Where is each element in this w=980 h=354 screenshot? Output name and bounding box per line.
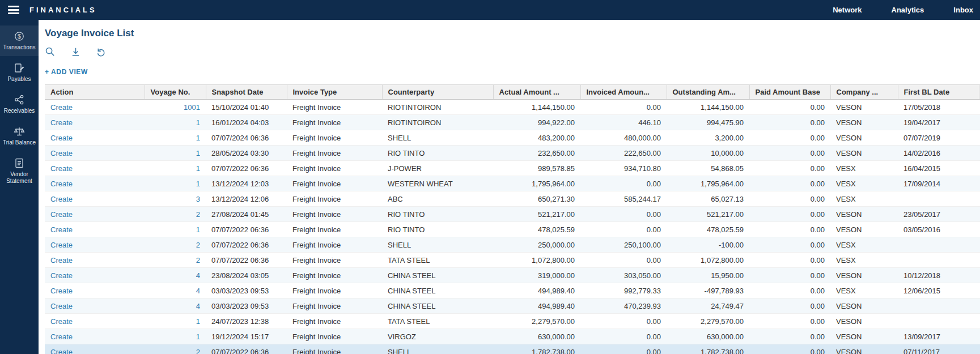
cell-invoiced-amount: 0.00 xyxy=(580,314,667,329)
table-row[interactable]: Create207/07/2022 06:36Freight InvoiceSH… xyxy=(45,237,980,253)
sidebar-item-trial-balance[interactable]: Trial Balance xyxy=(0,121,39,151)
cell-action[interactable]: Create xyxy=(45,100,145,115)
cell-invoiced-amount: 0.00 xyxy=(580,207,667,222)
cell-voyage-no[interactable]: 1 xyxy=(145,146,206,161)
menu-icon[interactable] xyxy=(8,6,19,14)
cell-paid-amount-base: 0.00 xyxy=(749,268,830,283)
cell-voyage-no[interactable]: 2 xyxy=(145,344,206,354)
cell-voyage-no[interactable]: 3 xyxy=(145,191,206,207)
cell-voyage-no[interactable]: 2 xyxy=(145,253,206,268)
cell-action[interactable]: Create xyxy=(45,253,145,268)
table-row[interactable]: Create128/05/2024 03:30Freight InvoiceRI… xyxy=(45,146,980,161)
column-header-action[interactable]: Action xyxy=(45,85,145,100)
cell-outstanding-amount: 521,217.00 xyxy=(667,207,749,222)
column-header-outstanding-amount[interactable]: Outstanding Am... xyxy=(667,85,749,100)
cell-voyage-no[interactable]: 1 xyxy=(145,130,206,146)
cell-action[interactable]: Create xyxy=(45,344,145,354)
cell-outstanding-amount: 2,279,570.00 xyxy=(667,314,749,329)
cell-voyage-no[interactable]: 2 xyxy=(145,237,206,253)
cell-company: VESON xyxy=(830,100,898,115)
sidebar-item-vendor-statement[interactable]: Vendor Statement xyxy=(0,152,39,190)
cell-voyage-no[interactable]: 1 xyxy=(145,161,206,176)
cell-action[interactable]: Create xyxy=(45,237,145,253)
cell-voyage-no[interactable]: 1 xyxy=(145,314,206,329)
search-button[interactable] xyxy=(45,46,56,57)
table-row[interactable]: Create207/07/2022 06:36Freight InvoiceSH… xyxy=(45,344,980,354)
cell-first-bl-date: 07/07/2019 xyxy=(898,130,979,146)
cell-action[interactable]: Create xyxy=(45,115,145,130)
cell-voyage-no[interactable]: 4 xyxy=(145,298,206,314)
cell-action[interactable]: Create xyxy=(45,146,145,161)
cell-company: VESON xyxy=(830,268,898,283)
cell-invoice-type: Freight Invoice xyxy=(287,253,382,268)
table-row[interactable]: Create423/08/2024 03:05Freight InvoiceCH… xyxy=(45,268,980,283)
cell-actual-amount: 494,989.40 xyxy=(493,283,580,298)
cell-voyage-no[interactable]: 1 xyxy=(145,329,206,344)
cell-action[interactable]: Create xyxy=(45,191,145,207)
nav-analytics[interactable]: Analytics xyxy=(892,6,924,14)
table-row[interactable]: Create124/07/2023 12:38Freight InvoiceTA… xyxy=(45,314,980,329)
cell-action[interactable]: Create xyxy=(45,207,145,222)
column-header-invoice-type[interactable]: Invoice Type xyxy=(287,85,382,100)
cell-action[interactable]: Create xyxy=(45,298,145,314)
add-view-button[interactable]: + ADD VIEW xyxy=(45,68,88,76)
cell-voyage-no[interactable]: 4 xyxy=(145,268,206,283)
cell-action[interactable]: Create xyxy=(45,161,145,176)
download-button[interactable] xyxy=(70,46,82,57)
cell-company: VESX xyxy=(830,176,898,191)
nav-network[interactable]: Network xyxy=(833,6,862,14)
sidebar-item-transactions[interactable]: $ Transactions xyxy=(0,25,39,56)
cell-action[interactable]: Create xyxy=(45,268,145,283)
column-header-counterparty[interactable]: Counterparty xyxy=(382,85,493,100)
sidebar-item-label: Vendor Statement xyxy=(1,171,37,185)
toolbar xyxy=(45,46,980,57)
table-row[interactable]: Create107/07/2024 06:36Freight InvoiceSH… xyxy=(45,130,980,146)
sidebar-item-receivables[interactable]: Receivables xyxy=(0,89,39,120)
cell-action[interactable]: Create xyxy=(45,176,145,191)
cell-paid-amount-base: 0.00 xyxy=(749,298,830,314)
cell-action[interactable]: Create xyxy=(45,222,145,237)
cell-action[interactable]: Create xyxy=(45,329,145,344)
table-row[interactable]: Create107/07/2022 06:36Freight InvoiceJ-… xyxy=(45,161,980,176)
table-row[interactable]: Create313/12/2024 12:06Freight InvoiceAB… xyxy=(45,191,980,207)
cell-action[interactable]: Create xyxy=(45,314,145,329)
sidebar-item-payables[interactable]: Payables xyxy=(0,57,39,88)
cell-snapshot-date: 07/07/2022 06:36 xyxy=(206,344,287,354)
table-row[interactable]: Create227/08/2024 01:45Freight InvoiceRI… xyxy=(45,207,980,222)
cell-invoiced-amount: 303,050.00 xyxy=(580,268,667,283)
cell-voyage-no[interactable]: 1 xyxy=(145,115,206,130)
cell-invoiced-amount: 0.00 xyxy=(580,176,667,191)
table-row[interactable]: Create113/12/2024 12:03Freight InvoiceWE… xyxy=(45,176,980,191)
table-row[interactable]: Create403/03/2023 09:53Freight InvoiceCH… xyxy=(45,283,980,298)
cell-action[interactable]: Create xyxy=(45,130,145,146)
trial-balance-icon xyxy=(14,126,25,137)
column-header-first-bl-date[interactable]: First BL Date xyxy=(898,85,979,100)
cell-actual-amount: 478,025.59 xyxy=(493,222,580,237)
column-header-actual-amount[interactable]: Actual Amount ... xyxy=(493,85,580,100)
cell-voyage-no[interactable]: 1001 xyxy=(145,100,206,115)
column-header-paid-amount-base[interactable]: Paid Amount Base xyxy=(749,85,830,100)
table-row[interactable]: Create119/12/2024 15:17Freight InvoiceVI… xyxy=(45,329,980,344)
reset-button[interactable] xyxy=(96,46,107,57)
cell-first-bl-date: 07/11/2017 xyxy=(898,344,979,354)
top-navigation: Network Analytics Inbox xyxy=(833,6,974,14)
cell-voyage-no[interactable]: 1 xyxy=(145,222,206,237)
column-header-invoiced-amount[interactable]: Invoiced Amoun... xyxy=(580,85,667,100)
cell-voyage-no[interactable]: 4 xyxy=(145,283,206,298)
cell-snapshot-date: 07/07/2024 06:36 xyxy=(206,130,287,146)
table-row[interactable]: Create116/01/2024 04:03Freight InvoiceRI… xyxy=(45,115,980,130)
column-header-company[interactable]: Company ... xyxy=(830,85,898,100)
cell-snapshot-date: 15/10/2024 01:40 xyxy=(206,100,287,115)
table-row[interactable]: Create207/07/2022 06:36Freight InvoiceTA… xyxy=(45,253,980,268)
cell-invoice-type: Freight Invoice xyxy=(287,329,382,344)
table-row[interactable]: Create107/07/2022 06:36Freight InvoiceRI… xyxy=(45,222,980,237)
cell-action[interactable]: Create xyxy=(45,283,145,298)
column-header-snapshot-date[interactable]: Snapshot Date xyxy=(206,85,287,100)
cell-paid-amount-base: 0.00 xyxy=(749,207,830,222)
table-row[interactable]: Create403/03/2023 09:53Freight InvoiceCH… xyxy=(45,298,980,314)
column-header-voyage-no[interactable]: Voyage No. xyxy=(145,85,206,100)
nav-inbox[interactable]: Inbox xyxy=(953,6,973,14)
table-row[interactable]: Create100115/10/2024 01:40Freight Invoic… xyxy=(45,100,980,115)
cell-voyage-no[interactable]: 1 xyxy=(145,176,206,191)
cell-voyage-no[interactable]: 2 xyxy=(145,207,206,222)
